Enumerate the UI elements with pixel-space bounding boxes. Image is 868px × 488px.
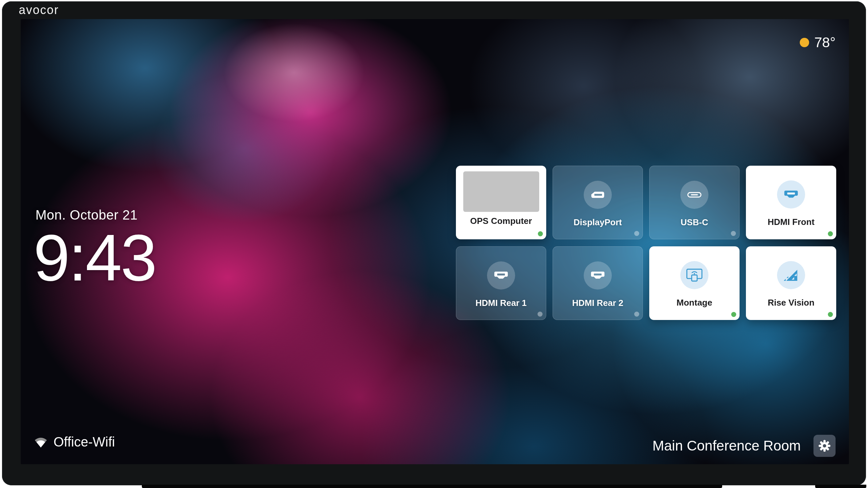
- wifi-icon: [34, 436, 48, 448]
- weather-widget: 78°: [800, 34, 836, 51]
- settings-button[interactable]: [813, 435, 836, 457]
- display-stand-foot: [142, 485, 722, 488]
- source-tile-rise-vision[interactable]: Rise Vision: [746, 246, 836, 320]
- source-tile-usb-c[interactable]: USB-C: [649, 166, 740, 239]
- source-tile-displayport[interactable]: DisplayPort: [553, 166, 643, 239]
- screen-wallpaper: 78° Mon. October 21 9:43 OPS Computer: [21, 19, 849, 464]
- display-stand-foot: [815, 485, 866, 488]
- sun-icon: [800, 38, 809, 47]
- source-tile-label: HDMI Rear 2: [572, 298, 623, 308]
- wireless-cast-icon: [680, 261, 708, 289]
- source-tile-label: OPS Computer: [470, 216, 532, 226]
- status-dot: [634, 231, 639, 236]
- status-dot: [828, 312, 833, 317]
- source-tile-label: DisplayPort: [574, 217, 622, 228]
- wifi-status[interactable]: Office-Wifi: [34, 434, 115, 450]
- source-tile-label: Rise Vision: [768, 297, 814, 308]
- source-grid: OPS Computer DisplayPort: [456, 166, 836, 320]
- source-tile-ops-computer[interactable]: OPS Computer: [456, 166, 546, 239]
- source-tile-hdmi-rear-2[interactable]: HDMI Rear 2: [553, 246, 643, 320]
- status-dot: [537, 312, 542, 317]
- source-tile-label: HDMI Front: [768, 217, 814, 227]
- displayport-icon: [584, 181, 612, 209]
- hdmi-icon: [487, 261, 515, 289]
- status-dot: [828, 231, 833, 236]
- status-dot: [634, 312, 639, 317]
- wifi-ssid: Office-Wifi: [54, 434, 115, 450]
- room-name: Main Conference Room: [652, 438, 801, 454]
- source-tile-label: USB-C: [681, 217, 708, 228]
- temperature: 78°: [814, 34, 836, 51]
- screen-preview-thumbnail: [463, 171, 539, 212]
- display-frame: avocor 78° Mon. October 21 9:43 OPS Comp…: [2, 1, 866, 485]
- hdmi-icon: [777, 180, 805, 208]
- date-text: Mon. October 21: [35, 207, 156, 223]
- footer-right: Main Conference Room: [652, 435, 836, 457]
- source-tile-hdmi-rear-1[interactable]: HDMI Rear 1: [456, 246, 546, 320]
- usb-c-icon: [680, 181, 708, 209]
- status-dot: [731, 231, 736, 236]
- source-tile-montage[interactable]: Montage: [649, 246, 740, 320]
- hdmi-icon: [584, 261, 612, 289]
- brand-logo: avocor: [19, 1, 59, 19]
- time-text: 9:43: [33, 225, 156, 291]
- source-tile-hdmi-front[interactable]: HDMI Front: [746, 166, 836, 239]
- source-tile-label: HDMI Rear 1: [475, 298, 526, 308]
- gear-icon: [818, 439, 831, 453]
- status-dot: [538, 231, 543, 236]
- rise-vision-logo-icon: [777, 261, 805, 289]
- clock-widget: Mon. October 21 9:43: [35, 207, 156, 291]
- status-dot: [731, 312, 736, 317]
- source-tile-label: Montage: [677, 297, 712, 308]
